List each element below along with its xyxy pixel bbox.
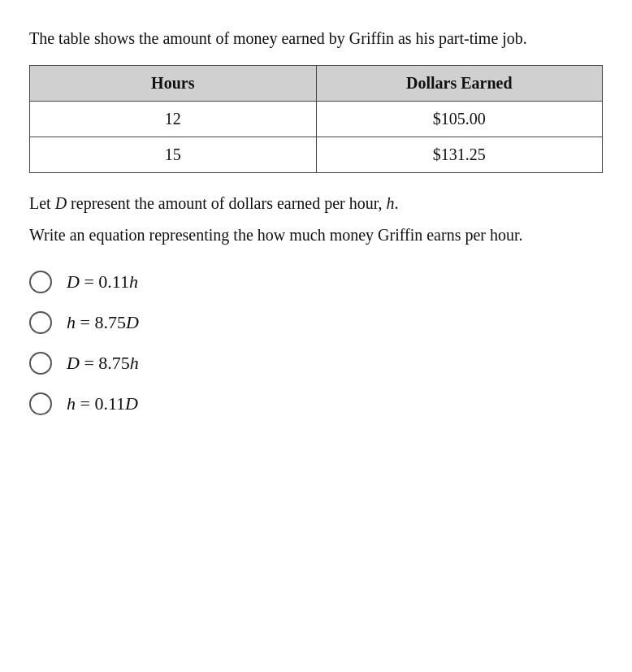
cell-dollars: $131.25: [316, 137, 603, 173]
cell-hours: 12: [30, 102, 317, 137]
table-row: 12$105.00: [30, 102, 603, 137]
choice-label-a: D = 0.11h: [67, 271, 138, 293]
radio-circle-d[interactable]: [29, 392, 52, 415]
intro-text: The table shows the amount of money earn…: [29, 26, 603, 50]
choice-item-c[interactable]: D = 8.75h: [29, 352, 603, 375]
description-line1: Let D represent the amount of dollars ea…: [29, 191, 603, 216]
col-dollars-header: Dollars Earned: [316, 66, 603, 102]
radio-circle-c[interactable]: [29, 352, 52, 375]
col-hours-header: Hours: [30, 66, 317, 102]
choice-label-d: h = 0.11D: [67, 393, 138, 414]
choices-container: D = 0.11hh = 8.75DD = 8.75hh = 0.11D: [29, 271, 603, 415]
cell-dollars: $105.00: [316, 102, 603, 137]
cell-hours: 15: [30, 137, 317, 173]
data-table: Hours Dollars Earned 12$105.0015$131.25: [29, 65, 603, 173]
choice-label-c: D = 8.75h: [67, 353, 139, 374]
choice-item-d[interactable]: h = 0.11D: [29, 392, 603, 415]
description-line2: Write an equation representing the how m…: [29, 223, 603, 248]
choice-item-b[interactable]: h = 8.75D: [29, 311, 603, 334]
choice-item-a[interactable]: D = 0.11h: [29, 271, 603, 293]
radio-circle-a[interactable]: [29, 271, 52, 293]
choice-label-b: h = 8.75D: [67, 312, 139, 333]
table-row: 15$131.25: [30, 137, 603, 173]
radio-circle-b[interactable]: [29, 311, 52, 334]
